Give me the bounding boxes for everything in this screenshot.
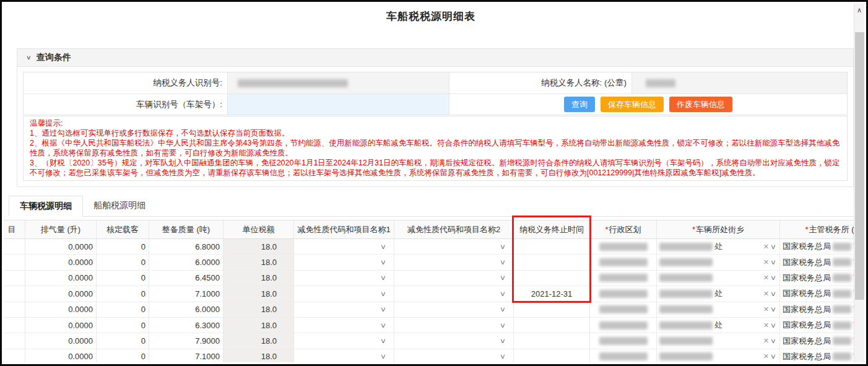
exempt1-select[interactable]: ∨ — [294, 349, 394, 362]
cell-district[interactable] — [590, 318, 657, 333]
cell-passengers[interactable]: 0 — [97, 302, 149, 318]
clear-icon[interactable]: ✕ — [763, 337, 769, 345]
masked-office — [833, 258, 851, 266]
cell-street[interactable]: 处✕∨ — [657, 239, 780, 255]
cell-curb-weight[interactable]: 7.1000 — [149, 286, 224, 302]
cell-end-date[interactable] — [514, 271, 590, 286]
exempt1-select[interactable]: ∨ — [294, 302, 394, 318]
cell-street[interactable]: ✕∨ — [657, 271, 780, 286]
vin-input[interactable] — [228, 94, 449, 115]
cell-curb-weight[interactable]: 6.3000 — [149, 318, 224, 333]
cell-unit-tax: 18.0 — [224, 239, 294, 255]
exempt1-select[interactable]: ∨ — [294, 286, 394, 302]
exempt1-select[interactable]: ∨ — [294, 333, 394, 349]
cell-district[interactable] — [590, 271, 657, 286]
cell-end-date[interactable] — [514, 255, 590, 270]
cell-street[interactable]: ✕∨ — [657, 349, 780, 362]
cell-passengers[interactable]: 0 — [97, 349, 149, 362]
cell-displacement[interactable]: 0.0000 — [25, 302, 97, 318]
cell-street[interactable]: ✕∨ — [657, 302, 780, 318]
cell-curb-weight[interactable]: 6.8000 — [149, 239, 224, 255]
cell-displacement[interactable]: 0.0000 — [25, 318, 97, 333]
clear-icon[interactable]: ✕ — [763, 305, 769, 313]
exempt1-select[interactable]: ∨ — [294, 239, 394, 255]
cell-displacement[interactable]: 0.0000 — [25, 286, 97, 302]
cell-displacement[interactable]: 0.0000 — [25, 333, 97, 349]
exempt2-select[interactable]: ∨ — [394, 302, 514, 318]
cell-passengers[interactable]: 0 — [97, 318, 149, 333]
void-vehicle-button[interactable]: 作废车辆信息 — [669, 97, 732, 112]
chevron-down-icon[interactable]: ∨ — [770, 243, 776, 251]
cell-end-date[interactable] — [514, 239, 590, 255]
clear-icon[interactable]: ✕ — [763, 290, 769, 298]
cell-street[interactable]: ✕∨ — [657, 333, 780, 349]
chevron-down-icon[interactable]: ∨ — [770, 352, 776, 360]
exempt2-select[interactable]: ∨ — [394, 333, 514, 349]
cell-curb-weight[interactable]: 6.0000 — [149, 302, 224, 318]
cell-district[interactable] — [590, 286, 657, 302]
exempt2-select[interactable]: ∨ — [394, 271, 514, 286]
masked-taxpayer-id — [238, 79, 348, 87]
vertical-scrollbar[interactable]: ∧ — [854, 4, 864, 362]
save-vehicle-button[interactable]: 保存车辆信息 — [601, 97, 664, 112]
chevron-down-icon[interactable]: ∨ — [770, 305, 776, 313]
cell-district[interactable] — [590, 333, 657, 349]
cell-end-date[interactable]: 2021-12-31 — [514, 286, 590, 302]
cell-district[interactable] — [590, 302, 657, 318]
exempt2-select[interactable]: ∨ — [394, 286, 514, 302]
cell-street[interactable]: 处✕∨ — [657, 286, 780, 302]
cell-end-date[interactable] — [514, 349, 590, 362]
clear-icon[interactable]: ✕ — [763, 258, 769, 266]
cell-street[interactable]: ✕∨ — [657, 255, 780, 270]
cell-displacement[interactable]: 0.0000 — [25, 349, 97, 362]
cell-end-date[interactable] — [514, 333, 590, 349]
cell-passengers[interactable]: 0 — [97, 286, 149, 302]
page-content: 车船税税源明细表 ∨ 查询条件 纳税义务人识别号: 纳税义务人名称: (公章) — [4, 4, 864, 362]
chevron-down-icon[interactable]: ∨ — [770, 258, 776, 266]
tab-vehicle-tax-detail[interactable]: 车辆税源明细 — [9, 196, 83, 217]
cell-passengers[interactable]: 0 — [97, 333, 149, 349]
clear-icon[interactable]: ✕ — [763, 321, 769, 329]
clear-icon[interactable]: ✕ — [763, 243, 769, 251]
exempt1-select[interactable]: ∨ — [294, 318, 394, 333]
cell-displacement[interactable]: 0.0000 — [25, 255, 97, 270]
cell-displacement[interactable]: 0.0000 — [25, 239, 97, 255]
cell-curb-weight[interactable]: 6.4500 — [149, 271, 224, 286]
cell-district[interactable] — [590, 239, 657, 255]
query-panel-header[interactable]: ∨ 查询条件 — [17, 49, 853, 67]
chevron-down-icon[interactable]: ∨ — [770, 337, 776, 345]
exempt2-select[interactable]: ∨ — [394, 239, 514, 255]
query-panel: ∨ 查询条件 纳税义务人识别号: 纳税义务人名称: (公章) 车辆识别号（车架号… — [17, 48, 854, 187]
masked-office — [833, 337, 851, 345]
cell-curb-weight[interactable]: 7.9000 — [149, 333, 224, 349]
cell-passengers[interactable]: 0 — [97, 239, 149, 255]
clear-icon[interactable]: ✕ — [763, 352, 769, 360]
cell-district[interactable] — [590, 349, 657, 362]
cell-district[interactable] — [590, 255, 657, 270]
tab-vessel-tax-detail[interactable]: 船舶税源明细 — [83, 195, 156, 216]
cell-passengers[interactable]: 0 — [97, 255, 149, 270]
cell-curb-weight[interactable]: 6.0000 — [149, 255, 224, 270]
search-button[interactable]: 查询 — [564, 97, 595, 112]
chevron-down-icon[interactable]: ∨ — [770, 274, 776, 282]
chevron-down-icon: ∨ — [500, 243, 506, 251]
exempt2-select[interactable]: ∨ — [394, 255, 514, 270]
exempt2-select[interactable]: ∨ — [394, 349, 514, 362]
exempt2-select[interactable]: ∨ — [394, 318, 514, 333]
chevron-down-icon: ∨ — [380, 258, 386, 266]
cell-end-date[interactable] — [514, 302, 590, 318]
cell-end-date[interactable] — [514, 318, 590, 333]
scroll-up-arrow-icon[interactable]: ∧ — [854, 4, 864, 16]
chevron-down-icon: ∨ — [380, 321, 386, 329]
cell-displacement[interactable]: 0.0000 — [25, 271, 97, 286]
cell-curb-weight[interactable]: 7.1000 — [149, 349, 224, 362]
chevron-down-icon[interactable]: ∨ — [770, 321, 776, 329]
clear-icon[interactable]: ✕ — [763, 274, 769, 282]
chevron-down-icon[interactable]: ∨ — [770, 290, 776, 298]
masked-office — [833, 321, 851, 329]
scrollbar-thumb[interactable] — [855, 32, 864, 300]
cell-street[interactable]: 处✕∨ — [657, 318, 780, 333]
exempt1-select[interactable]: ∨ — [294, 271, 394, 286]
cell-passengers[interactable]: 0 — [97, 271, 149, 286]
exempt1-select[interactable]: ∨ — [294, 255, 394, 270]
